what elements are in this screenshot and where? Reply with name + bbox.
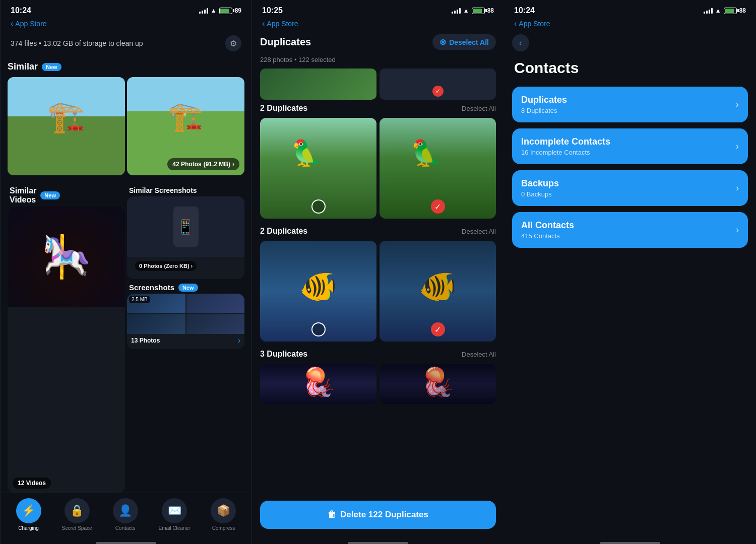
select-check-1b[interactable]: ✓ [431, 199, 445, 214]
p1-header: 374 files • 13.02 GB of storage to clean… [1, 32, 251, 57]
status-icons-1: ▲ 89 [199, 7, 241, 14]
dup-deselect-1[interactable]: Deselect All [462, 105, 496, 112]
nav-contacts-label: Contacts [115, 525, 135, 531]
incomplete-sub: 16 Incomplete Contacts [521, 149, 610, 156]
size-badge: 2.5 MB [129, 296, 150, 303]
nav-email-label: Email Cleaner [159, 525, 191, 531]
ss-label: Similar Screenshots [129, 186, 197, 194]
screenshots-section: Screenshots New 2.5 MB 13 Pho [127, 281, 244, 349]
dup-count-2: 2 Duplicates [260, 227, 307, 236]
scr-title: Screenshots [129, 283, 174, 292]
bottom-nav: ⚡ Charging 🔒 Secret Space 👤 Contacts ✉️ … [1, 493, 251, 539]
dup-img-2a[interactable] [260, 241, 376, 342]
dup-img-3b[interactable] [380, 364, 496, 404]
nav-secret-space[interactable]: 🔒 Secret Space [62, 498, 92, 531]
app-store-nav-1[interactable]: ‹ App Store [1, 18, 251, 32]
screenshots-placeholder: 📱 [127, 196, 244, 257]
dup-images-3 [260, 364, 496, 404]
all-contacts-menu-item[interactable]: All Contacts 415 Contacts › [512, 212, 748, 248]
select-check-2b[interactable]: ✓ [431, 322, 445, 336]
ss-count: 0 Photos [139, 263, 162, 269]
home-indicator-3 [600, 542, 660, 544]
similar-img-2[interactable]: 42 Photos (91.2 MB) › [127, 77, 244, 175]
dup-images-1: ✓ [260, 118, 496, 219]
nav-charging[interactable]: ⚡ Charging [16, 498, 41, 531]
all-contacts-chevron: › [736, 225, 739, 235]
panel-1: 10:24 ▲ 89 ‹ App Store 374 files • 13.02… [0, 0, 252, 544]
dup-count-1: 2 Duplicates [260, 104, 307, 113]
top-partial-2: ✓ [380, 69, 496, 100]
nav-secret-label: Secret Space [62, 525, 92, 531]
dup-img-3a[interactable] [260, 364, 376, 404]
backups-chevron: › [736, 183, 739, 193]
email-cleaner-icon: ✉️ [162, 498, 187, 523]
settings-icon[interactable]: ⚙ [225, 35, 241, 51]
similar-screenshots-card[interactable]: 📱 0 Photos (Zero KB) › [127, 196, 244, 279]
battery-label-2: 88 [487, 7, 494, 14]
similar-img-1[interactable] [8, 77, 125, 175]
scr-photos-count: 13 Photos [131, 337, 160, 344]
app-store-nav-2[interactable]: ‹ App Store [252, 18, 504, 32]
similar-grid: 42 Photos (91.2 MB) › [1, 75, 251, 182]
ss-photos-btn[interactable]: 0 Photos (Zero KB) › [135, 261, 197, 271]
duplicates-label: Duplicates [521, 95, 567, 105]
status-icons-3: ▲ 88 [704, 7, 746, 14]
signal-icon [199, 8, 208, 14]
deselect-all-label: Deselect All [449, 38, 489, 46]
screenshots-card[interactable]: 2.5 MB 13 Photos › [127, 294, 244, 349]
home-indicator-1 [96, 542, 156, 544]
nav-compress[interactable]: 📦 Compress [211, 498, 236, 531]
dup-count-3: 3 Duplicates [260, 350, 307, 359]
similar-label: Similar [8, 61, 38, 72]
photo-size: (91.2 MB) [204, 161, 230, 168]
panel-3: 10:24 ▲ 88 ‹ App Store ‹ Contacts Duplic… [504, 0, 756, 544]
select-circle-1a[interactable] [311, 199, 326, 214]
windmill-img-1 [8, 77, 125, 175]
photo-count-btn[interactable]: 42 Photos (91.2 MB) › [167, 158, 239, 170]
select-circle-2a[interactable] [311, 322, 326, 336]
back-btn[interactable]: ‹ [512, 34, 529, 51]
p2-title: Duplicates [260, 36, 311, 48]
top-partial-images: ✓ [252, 69, 504, 104]
status-bar-1: 10:24 ▲ 89 [1, 0, 251, 18]
carousel-img [8, 207, 125, 307]
battery-label-3: 88 [739, 7, 746, 14]
incomplete-label: Incomplete Contacts [521, 137, 610, 147]
photo-count: 42 Photos [172, 161, 201, 168]
nav-email-cleaner[interactable]: ✉️ Email Cleaner [159, 498, 191, 531]
similar-videos-card[interactable]: 12 Videos [8, 207, 125, 493]
charging-icon: ⚡ [16, 498, 41, 523]
status-bar-3: 10:24 ▲ 88 [504, 0, 756, 18]
p2-nav: Duplicates ⊗ Deselect All [252, 32, 504, 56]
app-store-label-2: App Store [267, 20, 298, 28]
panel-2: 10:25 ▲ 88 ‹ App Store Duplicates ⊗ Dese… [252, 0, 504, 544]
right-sections: Similar Screenshots 📱 0 Photos (Zero KB)… [127, 182, 244, 493]
backups-menu-item[interactable]: Backups 0 Backups › [512, 170, 748, 206]
dup-deselect-3[interactable]: Deselect All [462, 351, 496, 358]
deselect-icon: ⊗ [439, 37, 446, 47]
duplicates-menu-item[interactable]: Duplicates 8 Duplicates › [512, 87, 748, 122]
arrow-icon: › [232, 161, 234, 168]
compress-icon: 📦 [211, 498, 236, 523]
similar-new-badge: New [42, 63, 61, 71]
delete-btn[interactable]: 🗑 Delete 122 Duplicates [260, 501, 496, 529]
battery-label: 89 [235, 7, 241, 14]
videos-count-btn[interactable]: 12 Videos [13, 478, 51, 489]
secret-space-icon: 🔒 [65, 498, 90, 523]
duplicates-chevron: › [736, 99, 739, 110]
back-arrow-icon-2: ‹ [262, 19, 265, 28]
status-bar-2: 10:25 ▲ 88 [252, 0, 504, 18]
dup-img-1a[interactable] [260, 118, 376, 219]
dup-img-1b[interactable]: ✓ [380, 118, 496, 219]
dup-deselect-2[interactable]: Deselect All [462, 228, 496, 235]
deselect-all-btn[interactable]: ⊗ Deselect All [432, 34, 496, 50]
dup-img-2b[interactable]: ✓ [380, 241, 496, 342]
nav-contacts[interactable]: 👤 Contacts [113, 498, 138, 531]
incomplete-contacts-menu-item[interactable]: Incomplete Contacts 16 Incomplete Contac… [512, 128, 748, 164]
p2-content: 2 Duplicates Deselect All ✓ 2 Duplicates… [252, 104, 504, 496]
bottom-sections: SimilarVideos New 12 Videos Similar Scre… [1, 182, 251, 493]
dup-images-2: ✓ [260, 241, 496, 342]
back-arrow-icon-3: ‹ [514, 19, 517, 28]
app-store-nav-3[interactable]: ‹ App Store [504, 18, 756, 32]
all-contacts-sub: 415 Contacts [521, 232, 574, 240]
